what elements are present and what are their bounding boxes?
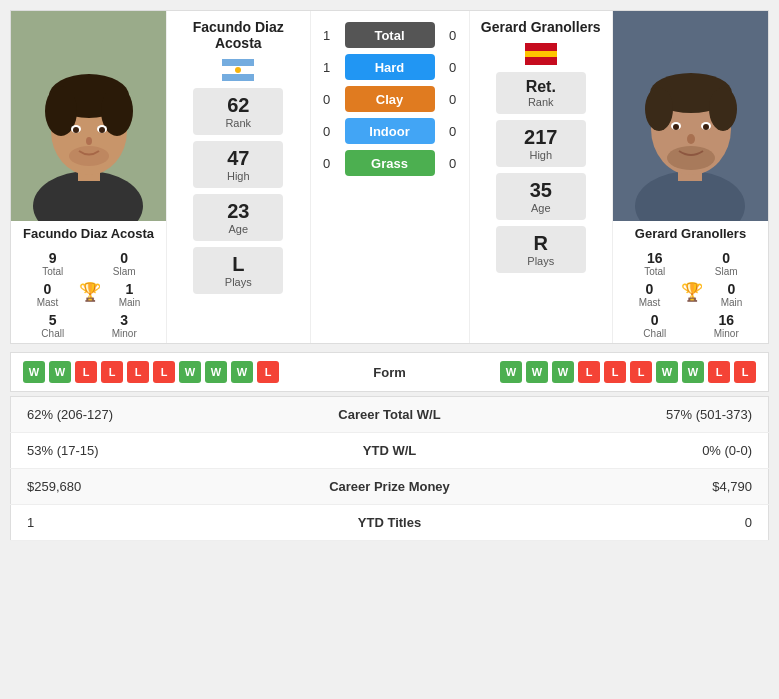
player1-name-top: Facundo Diaz Acosta (171, 19, 306, 51)
player1-slam-stat: 0 Slam (94, 250, 154, 277)
svg-point-32 (667, 146, 715, 170)
form-badge: L (75, 361, 97, 383)
svg-point-31 (687, 134, 695, 144)
svg-rect-19 (525, 57, 557, 60)
form-badge: W (205, 361, 227, 383)
ytd-wl-row: 53% (17-15) YTD W/L 0% (0-0) (11, 433, 769, 469)
player2-mast-stat: 0 Mast (620, 281, 680, 308)
form-badge: W (552, 361, 574, 383)
form-badge: W (656, 361, 678, 383)
ytd-wl-label: YTD W/L (263, 433, 516, 469)
player1-ytd-titles: 1 (11, 505, 264, 541)
player1-photo (11, 11, 166, 221)
player1-form-badges: WWLLLLWWWL (23, 361, 279, 383)
player1-main-stat: 1 Main (100, 281, 160, 308)
player1-ytd-wl: 53% (17-15) (11, 433, 264, 469)
player2-name-below: Gerard Granollers (613, 221, 768, 246)
surfaces-middle: 1 Total 0 1 Hard 0 0 Clay 0 (311, 11, 469, 343)
form-badge: W (179, 361, 201, 383)
form-badge: L (257, 361, 279, 383)
player2-career-wl: 57% (501-373) (516, 397, 769, 433)
player2-form-badges: WWWLLLWWLL (500, 361, 756, 383)
player2-minor-stat: 16 Minor (696, 312, 756, 339)
player2-trophy: 🏆 (681, 279, 701, 310)
player2-age-box: 35 Age (496, 173, 586, 220)
surface-row-clay: 0 Clay 0 (313, 86, 467, 112)
form-label: Form (340, 365, 440, 380)
player2-ytd-titles: 0 (516, 505, 769, 541)
player1-career-wl: 62% (206-127) (11, 397, 264, 433)
surface-row-indoor: 0 Indoor 0 (313, 118, 467, 144)
player2-rank-box: Ret. Rank (496, 72, 586, 114)
player2-flag (525, 43, 557, 65)
career-prize-row: $259,680 Career Prize Money $4,790 (11, 469, 769, 505)
form-badge: W (526, 361, 548, 383)
player2-main-stat: 0 Main (702, 281, 762, 308)
form-badge: L (153, 361, 175, 383)
surface-total-btn: Total (345, 22, 435, 48)
svg-point-30 (703, 124, 709, 130)
left-photo-col: Facundo Diaz Acosta 9 Total 0 Slam 0 Mas… (11, 11, 166, 343)
svg-point-12 (69, 146, 109, 166)
svg-point-25 (645, 87, 673, 131)
player2-plays-box: R Plays (496, 226, 586, 273)
surface-grass-btn: Grass (345, 150, 435, 176)
form-badge: W (231, 361, 253, 383)
main-container: Facundo Diaz Acosta 9 Total 0 Slam 0 Mas… (0, 0, 779, 551)
career-wl-label: Career Total W/L (263, 397, 516, 433)
player2-high-box: 217 High (496, 120, 586, 167)
svg-point-9 (73, 127, 79, 133)
player2-chall-stat: 0 Chall (625, 312, 685, 339)
surface-row-total: 1 Total 0 (313, 22, 467, 48)
form-badge: W (23, 361, 45, 383)
player2-center-stats: Gerard Granollers Ret. Rank 217 High 35 … (469, 11, 614, 343)
surface-row-grass: 0 Grass 0 (313, 150, 467, 176)
player1-trophy: 🏆 (79, 279, 99, 310)
career-wl-row: 62% (206-127) Career Total W/L 57% (501-… (11, 397, 769, 433)
player1-mini-stats: 9 Total 0 Slam 0 Mast 🏆 1 Main 5 (11, 246, 166, 343)
surface-clay-btn: Clay (345, 86, 435, 112)
svg-point-26 (709, 87, 737, 131)
form-badge: W (500, 361, 522, 383)
form-badge: W (682, 361, 704, 383)
form-badge: L (101, 361, 123, 383)
player1-name-below: Facundo Diaz Acosta (11, 221, 166, 246)
surface-row-hard: 1 Hard 0 (313, 54, 467, 80)
player1-rank-box: 62 Rank (193, 88, 283, 135)
player1-minor-stat: 3 Minor (94, 312, 154, 339)
player2-slam-stat: 0 Slam (696, 250, 756, 277)
ytd-titles-label: YTD Titles (263, 505, 516, 541)
player1-flag (222, 59, 254, 81)
player1-plays-box: L Plays (193, 247, 283, 294)
stats-table: 62% (206-127) Career Total W/L 57% (501-… (10, 396, 769, 541)
player2-total-stat: 16 Total (625, 250, 685, 277)
form-badge: L (127, 361, 149, 383)
top-card: Facundo Diaz Acosta 9 Total 0 Slam 0 Mas… (10, 10, 769, 344)
surface-hard-btn: Hard (345, 54, 435, 80)
svg-point-10 (99, 127, 105, 133)
form-badge: L (578, 361, 600, 383)
player2-career-prize: $4,790 (516, 469, 769, 505)
form-section: WWLLLLWWWL Form WWWLLLWWLL (10, 352, 769, 392)
form-badge: L (630, 361, 652, 383)
svg-point-11 (86, 137, 92, 145)
career-prize-label: Career Prize Money (263, 469, 516, 505)
player2-name-top: Gerard Granollers (481, 19, 601, 35)
player2-ytd-wl: 0% (0-0) (516, 433, 769, 469)
player1-age-box: 23 Age (193, 194, 283, 241)
surface-indoor-btn: Indoor (345, 118, 435, 144)
svg-point-29 (673, 124, 679, 130)
form-badge: L (708, 361, 730, 383)
player1-career-prize: $259,680 (11, 469, 264, 505)
svg-point-15 (235, 67, 241, 73)
form-badge: W (49, 361, 71, 383)
player1-center-stats: Facundo Diaz Acosta 62 Rank 47 High 23 A… (166, 11, 311, 343)
player1-mast-stat: 0 Mast (18, 281, 78, 308)
right-photo-col: Gerard Granollers 16 Total 0 Slam 0 Mast… (613, 11, 768, 343)
player1-total-stat: 9 Total (23, 250, 83, 277)
form-badge: L (604, 361, 626, 383)
player1-high-box: 47 High (193, 141, 283, 188)
form-badge: L (734, 361, 756, 383)
svg-rect-18 (525, 48, 557, 51)
player1-chall-stat: 5 Chall (23, 312, 83, 339)
